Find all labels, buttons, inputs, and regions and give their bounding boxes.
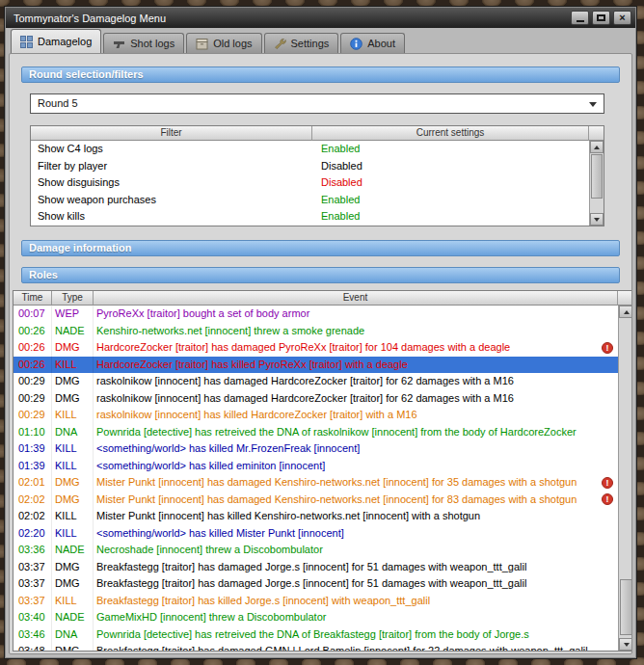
- log-type: KILL: [52, 440, 94, 458]
- log-scrollbar-thumb[interactable]: [620, 579, 632, 635]
- chevron-down-icon: [589, 102, 597, 107]
- log-table: Time Type Event 00:07WEPPyroReXx [traito…: [13, 290, 632, 652]
- log-row[interactable]: 03:48DMGBreakfastegg [traitor] has damag…: [13, 643, 618, 651]
- log-time: 00:26: [13, 357, 52, 374]
- arrow-up-icon: [594, 146, 600, 149]
- log-event: Mister Punkt [innocent] has damaged Kens…: [94, 492, 618, 509]
- log-row[interactable]: 03:37DMGBreakfastegg [traitor] has damag…: [13, 559, 618, 576]
- log-row[interactable]: 00:29KILLraskolnikow [innocent] has kill…: [13, 407, 618, 424]
- log-time: 03:46: [13, 626, 52, 644]
- log-row[interactable]: 03:46DNAPownrida [detective] has retreiv…: [13, 626, 618, 644]
- close-button[interactable]: ×: [613, 11, 631, 25]
- filter-row[interactable]: Show disguisingsDisabled: [31, 174, 589, 192]
- log-time: 03:37: [13, 593, 52, 610]
- tab-damagelog[interactable]: Damagelog: [11, 29, 101, 53]
- log-type: KILL: [52, 407, 94, 424]
- log-row[interactable]: 02:02KILLMister Punkt [innocent] has kil…: [13, 508, 618, 525]
- log-event: Necroshade [innocent] threw a Discobombu…: [94, 542, 618, 559]
- log-event: HardcoreZocker [traitor] has killed Pyro…: [94, 357, 618, 374]
- header-stub: [618, 291, 632, 306]
- log-event: raskolnikow [innocent] has killed Hardco…: [94, 407, 618, 424]
- log-event: <something/world> has killed Mr.FrozenFr…: [94, 440, 618, 458]
- time-column-header[interactable]: Time: [13, 291, 52, 306]
- tab-about[interactable]: About: [340, 33, 405, 53]
- log-scrollbar[interactable]: [618, 306, 632, 651]
- gun-icon: [113, 38, 125, 50]
- log-event: Pownrida [detective] has retreived the D…: [94, 424, 618, 441]
- arrow-down-icon: [624, 643, 630, 647]
- filter-setting-value: Enabled: [312, 208, 589, 226]
- section-roles[interactable]: Roles: [21, 267, 620, 283]
- log-time: 00:07: [13, 306, 52, 323]
- log-time: 03:37: [13, 575, 52, 593]
- tab-shot-logs[interactable]: Shot logs: [103, 33, 184, 53]
- filter-setting-value: Enabled: [312, 141, 589, 158]
- current-settings-column-header[interactable]: Current settings: [312, 126, 589, 141]
- log-time: 03:48: [13, 643, 52, 651]
- log-row[interactable]: 01:39KILL<something/world> has killed Mr…: [13, 440, 618, 458]
- log-table-header: Time Type Event: [13, 291, 632, 306]
- log-row[interactable]: 00:26NADEKenshiro-networks.net [innocent…: [13, 323, 618, 340]
- window-title: Tommynator's Damagelog Menu: [13, 13, 166, 24]
- log-type: KILL: [52, 593, 94, 610]
- type-column-header[interactable]: Type: [52, 291, 94, 306]
- log-type: WEP: [52, 306, 94, 323]
- arrow-down-icon: [594, 218, 600, 222]
- filter-label: Show disguisings: [31, 174, 312, 192]
- log-row[interactable]: 00:29DMGraskolnikow [innocent] has damag…: [13, 373, 618, 390]
- log-row[interactable]: 03:36NADENecroshade [innocent] threw a D…: [13, 542, 618, 559]
- header-stub: [589, 126, 604, 141]
- maximize-button[interactable]: [592, 11, 610, 25]
- log-time: 01:10: [13, 424, 52, 441]
- log-row[interactable]: 01:39KILL<something/world> has killed em…: [13, 458, 618, 475]
- scroll-down-button[interactable]: [590, 213, 604, 226]
- tab-settings[interactable]: Settings: [264, 33, 339, 53]
- log-type: NADE: [52, 323, 94, 340]
- minimize-icon: [577, 20, 584, 22]
- log-row[interactable]: 02:01DMGMister Punkt [innocent] has dama…: [13, 474, 618, 492]
- warning-icon: !: [602, 477, 613, 489]
- scroll-up-button[interactable]: [619, 306, 632, 318]
- log-type: DMG: [52, 575, 94, 593]
- log-row[interactable]: 01:10DNAPownrida [detective] has retreiv…: [13, 424, 618, 441]
- log-type: DMG: [52, 373, 94, 390]
- filter-row[interactable]: Show weapon purchasesEnabled: [31, 192, 589, 209]
- tab-old-logs[interactable]: Old logs: [186, 33, 261, 53]
- minimize-button[interactable]: [571, 11, 589, 25]
- log-event: Breakfastegg [traitor] has damaged GMN |…: [94, 643, 618, 651]
- scroll-down-button[interactable]: [619, 638, 632, 651]
- log-row[interactable]: 00:26DMGHardcoreZocker [traitor] has dam…: [13, 339, 618, 357]
- section-round-filters[interactable]: Round selection/filters: [21, 66, 620, 83]
- log-row[interactable]: 02:02DMGMister Punkt [innocent] has dama…: [13, 492, 618, 509]
- filter-setting-value: Disabled: [312, 158, 589, 175]
- filter-scrollbar[interactable]: [589, 141, 604, 226]
- log-time: 00:26: [13, 339, 52, 357]
- log-type: KILL: [52, 458, 94, 475]
- filter-setting-value: Enabled: [312, 192, 589, 209]
- log-type: DMG: [52, 492, 94, 509]
- damagelog-window: Tommynator's Damagelog Menu × Damagelog …: [4, 6, 637, 659]
- tab-label: Shot logs: [130, 38, 174, 49]
- event-column-header[interactable]: Event: [94, 291, 618, 306]
- filter-row[interactable]: Show C4 logsEnabled: [31, 141, 589, 158]
- filter-scrollbar-thumb[interactable]: [591, 154, 603, 199]
- round-select[interactable]: Round 5: [30, 93, 604, 114]
- filter-column-header[interactable]: Filter: [31, 126, 312, 141]
- scroll-up-button[interactable]: [590, 141, 604, 153]
- log-row[interactable]: 00:29DMGraskolnikow [innocent] has damag…: [13, 390, 618, 408]
- window-titlebar[interactable]: Tommynator's Damagelog Menu ×: [6, 8, 635, 28]
- filter-row[interactable]: Filter by playerDisabled: [31, 158, 589, 175]
- log-row[interactable]: 03:37KILLBreakfastegg [traitor] has kill…: [13, 593, 618, 610]
- section-damage-information[interactable]: Damage information: [21, 240, 620, 256]
- log-row[interactable]: 00:07WEPPyroReXx [traitor] bought a set …: [13, 306, 618, 323]
- log-row[interactable]: 00:26KILLHardcoreZocker [traitor] has ki…: [13, 357, 618, 374]
- log-event: <something/world> has killed eminiton [i…: [94, 458, 618, 475]
- filter-label: Show weapon purchases: [31, 192, 312, 209]
- log-event: <something/world> has killed Mister Punk…: [94, 525, 618, 543]
- log-row[interactable]: 03:40NADEGameMixHD [innocent] threw a Di…: [13, 609, 618, 626]
- tab-bar: Damagelog Shot logs Old logs Settings Ab…: [11, 29, 631, 53]
- damagelog-grid-icon: [20, 36, 33, 48]
- filter-row[interactable]: Show killsEnabled: [31, 208, 589, 226]
- log-row[interactable]: 02:20KILL<something/world> has killed Mi…: [13, 525, 618, 543]
- log-row[interactable]: 03:37DMGBreakfastegg [traitor] has damag…: [13, 575, 618, 593]
